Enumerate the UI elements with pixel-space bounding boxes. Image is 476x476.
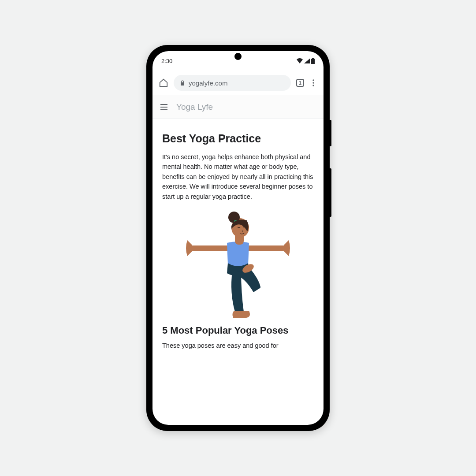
home-icon[interactable]: [159, 78, 168, 88]
status-time: 2:30: [161, 58, 172, 64]
content-area[interactable]: Best Yoga Practice It's no secret, yoga …: [152, 119, 324, 425]
url-text: yogalyfe.com: [189, 79, 227, 87]
svg-point-1: [312, 82, 314, 83]
tab-counter[interactable]: 1: [296, 79, 304, 87]
section-title: 5 Most Popular Yoga Poses: [162, 325, 314, 336]
status-icons: [296, 58, 315, 64]
section-body: These yoga poses are easy and good for: [162, 341, 314, 350]
screen: 2:30 yogalyfe.com 1 Yoga Lyfe Best Yoga: [152, 51, 324, 425]
wifi-icon: [296, 58, 303, 63]
url-bar[interactable]: yogalyfe.com: [174, 75, 291, 91]
site-header: Yoga Lyfe: [152, 95, 324, 119]
menu-icon[interactable]: [309, 79, 317, 87]
article-title: Best Yoga Practice: [162, 132, 314, 145]
battery-icon: [311, 58, 315, 64]
power-button: [330, 120, 331, 146]
site-title: Yoga Lyfe: [176, 102, 213, 112]
phone-frame: 2:30 yogalyfe.com 1 Yoga Lyfe Best Yoga: [146, 45, 330, 431]
article-body: It's no secret, yoga helps enhance both …: [162, 152, 314, 201]
tab-count-value: 1: [299, 80, 301, 86]
hamburger-icon[interactable]: [160, 103, 168, 112]
yoga-illustration: [162, 209, 314, 320]
camera-notch: [234, 53, 242, 60]
svg-point-0: [312, 79, 314, 81]
lock-icon: [180, 80, 185, 86]
browser-bar: yogalyfe.com 1: [152, 71, 324, 95]
svg-point-2: [312, 85, 314, 86]
cell-icon: [304, 58, 310, 63]
volume-button: [330, 168, 331, 217]
